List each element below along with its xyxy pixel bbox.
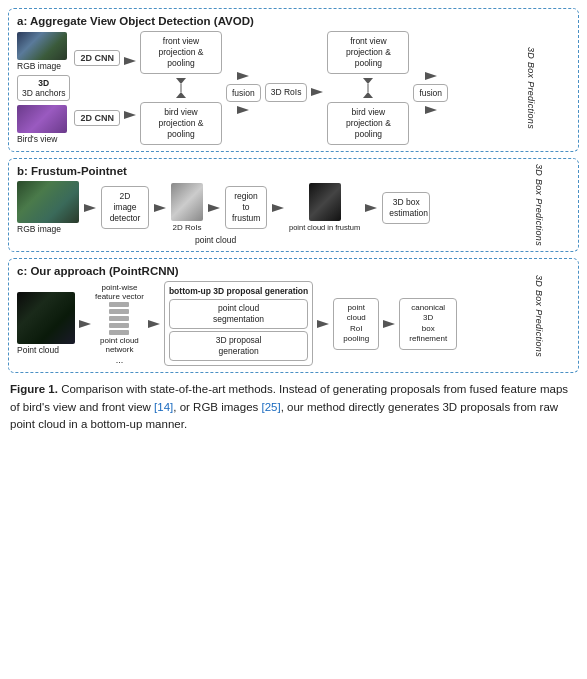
cnn1-box: 2D CNN (74, 50, 120, 66)
feature-label: point-wise feature vector (95, 283, 144, 301)
arrow3 (237, 72, 249, 80)
section-b-pred-label: 3D Box Predictions (534, 164, 544, 246)
birds-image-block (17, 105, 67, 133)
svg-marker-20 (317, 320, 329, 328)
svg-marker-17 (365, 204, 377, 212)
roi-pool-box: point cloud RoI pooling (333, 298, 379, 350)
fusion2-box: fusion (413, 84, 448, 102)
pc-frustum-label: point cloud in frustum (289, 223, 360, 232)
section-c-pred-label: 3D Box Predictions (534, 275, 544, 357)
svg-marker-4 (176, 92, 186, 98)
outer-proposals-box: bottom-up 3D proposal generation point c… (164, 281, 313, 366)
fusion1-box: fusion (226, 84, 261, 102)
arrow-vertical2 (363, 78, 373, 98)
section-a-label: a: Aggregate View Object Detection (AVOD… (17, 15, 570, 27)
svg-marker-12 (425, 106, 437, 114)
region-box: region to frustum (225, 186, 267, 229)
caption: Figure 1. Comparison with state-of-the-a… (8, 381, 579, 433)
svg-marker-10 (363, 92, 373, 98)
arrow-b3 (208, 204, 220, 212)
svg-marker-5 (237, 72, 249, 80)
section-c-label: c: Our approach (PointRCNN) (17, 265, 570, 277)
detector-box: 2D image detector (101, 186, 149, 229)
pc-c-label: Point cloud (17, 345, 59, 355)
svg-marker-1 (124, 111, 136, 119)
roi-image (171, 183, 203, 221)
arrow-vertical1 (176, 78, 186, 98)
street-image (17, 181, 79, 223)
arrow-b2 (154, 204, 166, 212)
arrow-c1 (79, 320, 91, 328)
rois-label: 2D RoIs (173, 223, 202, 232)
estimation-box: 3D box estimation (382, 192, 430, 224)
birds-label: Bird's view (17, 134, 57, 144)
section-c: c: Our approach (PointRCNN) Point cloud … (8, 258, 579, 373)
arrow6 (425, 72, 437, 80)
svg-marker-13 (84, 204, 96, 212)
bv2-box: bird view projection & pooling (327, 102, 409, 145)
cnn2-box: 2D CNN (74, 110, 120, 126)
network-label: point cloud network (100, 336, 139, 354)
section-b: b: Frustum-Pointnet RGB image 2D image d… (8, 158, 579, 252)
arrow2 (124, 111, 136, 119)
svg-marker-7 (311, 88, 323, 96)
section-b-label: b: Frustum-Pointnet (17, 165, 570, 177)
arrow1 (124, 57, 136, 65)
seg-box: point cloud segmentation (169, 299, 308, 329)
caption-text2: , or RGB images (173, 401, 261, 413)
svg-marker-21 (383, 320, 395, 328)
caption-ref2: [25] (261, 401, 280, 413)
svg-marker-11 (425, 72, 437, 80)
fp2-box: front view projection & pooling (327, 31, 409, 74)
arrow-b1 (84, 204, 96, 212)
rgb-image-block (17, 32, 67, 60)
svg-marker-2 (176, 78, 186, 84)
svg-marker-6 (237, 106, 249, 114)
anchors-label: 3D anchors (22, 88, 65, 98)
svg-marker-15 (208, 204, 220, 212)
arrow5 (311, 88, 323, 96)
svg-marker-8 (363, 78, 373, 84)
rgb-label: RGB image (17, 61, 61, 71)
svg-marker-18 (79, 320, 91, 328)
pc-frustum-image (309, 183, 341, 221)
bottom-up-top-label: bottom-up 3D proposal generation (169, 286, 308, 296)
arrow-b5 (365, 204, 377, 212)
proposal-gen-box: 3D proposal generation (169, 331, 308, 361)
arrow4 (237, 106, 249, 114)
svg-marker-19 (148, 320, 160, 328)
section-a-pred-label: 3D Box Predictions (526, 47, 536, 129)
anchors-box: 3D 3D anchors (17, 75, 70, 101)
arrow-c4 (383, 320, 395, 328)
fp1-box: front view projection & pooling (140, 31, 222, 74)
pointcloud-b-label: point cloud (195, 235, 570, 245)
bv1-box: bird view projection & pooling (140, 102, 222, 145)
arrow-b4 (272, 204, 284, 212)
svg-marker-0 (124, 57, 136, 65)
roi3d-box: 3D RoIs (265, 83, 308, 102)
dots-label: ... (116, 355, 124, 365)
svg-marker-14 (154, 204, 166, 212)
arrow7 (425, 106, 437, 114)
caption-ref1: [14] (154, 401, 173, 413)
canonical-box: canonical 3D box refinement (399, 298, 457, 350)
pc-c-image (17, 292, 75, 344)
svg-marker-16 (272, 204, 284, 212)
section-a: a: Aggregate View Object Detection (AVOD… (8, 8, 579, 152)
rgb-b-label: RGB image (17, 224, 61, 234)
arrow-c3 (317, 320, 329, 328)
caption-bold: Figure 1. (10, 383, 58, 395)
stacked-rects (109, 302, 129, 335)
arrow-c2 (148, 320, 160, 328)
